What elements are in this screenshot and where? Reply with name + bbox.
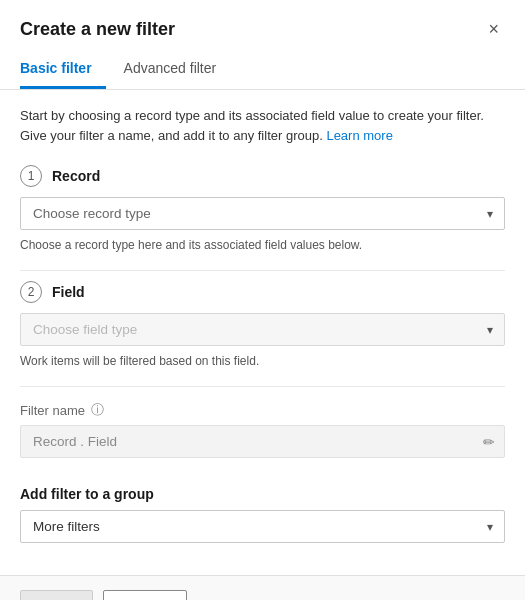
filter-name-section: Filter name ⓘ ✏ <box>20 387 505 472</box>
filter-name-label-row: Filter name ⓘ <box>20 401 505 419</box>
filter-group-select[interactable]: More filters <box>20 510 505 543</box>
record-type-select[interactable]: Choose record type <box>20 197 505 230</box>
filter-group-select-wrapper: More filters ▾ <box>20 510 505 543</box>
add-filter-label: Add filter to a group <box>20 486 505 502</box>
field-section-title: Field <box>52 284 85 300</box>
step-1-badge: 1 <box>20 165 42 187</box>
close-button[interactable]: × <box>482 18 505 40</box>
record-section-header: 1 Record <box>20 165 505 187</box>
tab-basic[interactable]: Basic filter <box>20 50 106 89</box>
cancel-button[interactable]: Cancel <box>103 590 187 600</box>
dialog-header: Create a new filter × <box>0 0 525 50</box>
field-section-header: 2 Field <box>20 281 505 303</box>
learn-more-link[interactable]: Learn more <box>326 128 392 143</box>
description-text: Start by choosing a record type and its … <box>20 106 505 145</box>
field-hint: Work items will be filtered based on thi… <box>20 354 259 368</box>
filter-name-label: Filter name <box>20 403 85 418</box>
field-type-select[interactable]: Choose field type <box>20 313 505 346</box>
create-filter-dialog: Create a new filter × Basic filter Advan… <box>0 0 525 600</box>
field-type-select-wrapper: Choose field type ▾ <box>20 313 505 346</box>
step-2-badge: 2 <box>20 281 42 303</box>
filter-name-input-wrapper: ✏ <box>20 425 505 458</box>
dialog-body: Start by choosing a record type and its … <box>0 90 525 575</box>
edit-filter-name-icon[interactable]: ✏ <box>483 434 495 450</box>
field-section: 2 Field Choose field type ▾ Work items w… <box>20 281 505 387</box>
record-type-select-wrapper: Choose record type ▾ <box>20 197 505 230</box>
tab-advanced[interactable]: Advanced filter <box>124 50 231 89</box>
filter-name-info-icon: ⓘ <box>91 401 104 419</box>
save-button[interactable]: Save <box>20 590 93 600</box>
tab-bar: Basic filter Advanced filter <box>0 50 525 90</box>
add-filter-section: Add filter to a group More filters ▾ <box>20 472 505 559</box>
dialog-footer: Save Cancel <box>0 575 525 600</box>
filter-name-input[interactable] <box>20 425 505 458</box>
dialog-title: Create a new filter <box>20 19 175 40</box>
record-section-title: Record <box>52 168 100 184</box>
record-hint: Choose a record type here and its associ… <box>20 238 362 252</box>
record-section: 1 Record Choose record type ▾ Choose a r… <box>20 165 505 271</box>
